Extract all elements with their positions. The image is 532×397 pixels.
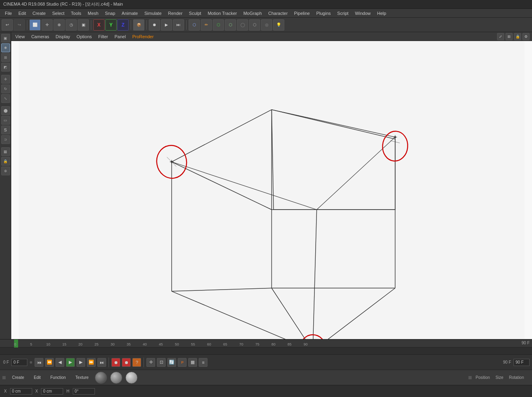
menu-pipeline[interactable]: Pipeline [291, 10, 313, 16]
size-x-input[interactable] [41, 388, 63, 395]
rewind-start-button[interactable]: ⏮ [35, 358, 43, 367]
sidebar-rect-select[interactable]: ▭ [1, 116, 10, 125]
redo-button[interactable]: ↪ [14, 19, 25, 31]
menu-help[interactable]: Help [374, 10, 390, 16]
frame-start-input[interactable] [11, 359, 27, 366]
sidebar-model-tool[interactable]: ▣ [1, 34, 10, 43]
menu-select[interactable]: Select [49, 10, 68, 16]
menu-edit[interactable]: Edit [15, 10, 29, 16]
mat-create-button[interactable]: Create [9, 374, 27, 381]
sidebar-s-tool[interactable]: S [1, 125, 10, 134]
next-key-button[interactable]: ▶ [76, 358, 85, 367]
menu-mesh[interactable]: Mesh [84, 10, 102, 16]
menu-motion-tracker[interactable]: Motion Tracker [204, 10, 240, 16]
vp-menu-view[interactable]: View [14, 33, 27, 40]
menu-file[interactable]: File [2, 10, 15, 16]
options-ctrl-btn[interactable]: ≡ [199, 358, 207, 367]
snap-button[interactable]: ⊡ [157, 358, 166, 367]
sidebar-lock-tool[interactable]: 🔒 [1, 157, 10, 166]
loop-button[interactable]: 🔄 [167, 358, 176, 367]
sidebar-snap-tool[interactable]: ⊕ [1, 167, 10, 175]
forward-end-button[interactable]: ⏭ [97, 358, 106, 367]
vp-menu-prorender[interactable]: ProRender [131, 33, 155, 40]
persp-btn[interactable]: ⬡ [189, 19, 200, 31]
rot-h-input[interactable] [73, 388, 95, 395]
menu-mograph[interactable]: MoGraph [240, 10, 265, 16]
menu-animate[interactable]: Animate [119, 10, 141, 16]
menu-sculpt[interactable]: Sculpt [186, 10, 205, 16]
menu-script[interactable]: Script [334, 10, 352, 16]
sidebar-live-select[interactable]: ⬤ [1, 106, 10, 115]
navigate-button[interactable]: ✛ [146, 358, 155, 367]
paint-btn[interactable]: ✏ [201, 19, 212, 31]
axis-z-button[interactable]: Z [117, 19, 129, 31]
vp-menu-options[interactable]: Options [75, 33, 93, 40]
mode-scale-button[interactable]: ◷ [66, 19, 77, 31]
sidebar-grid-tool[interactable]: ▦ [1, 147, 10, 156]
mat-function-button[interactable]: Function [47, 374, 69, 381]
next-frame-button[interactable]: ⏩ [87, 358, 96, 367]
end-frame-input[interactable] [514, 359, 530, 366]
anim-record-button[interactable]: ⏺ [149, 19, 160, 31]
mat-texture-button[interactable]: Texture [72, 374, 92, 381]
axis-y-button[interactable]: Y [105, 19, 117, 31]
status-bar: X X H [0, 385, 532, 397]
sidebar-uv-tool[interactable]: ◩ [1, 63, 10, 72]
prev-frame-button[interactable]: ⏪ [45, 358, 54, 367]
prev-key-button[interactable]: ◀ [55, 358, 64, 367]
light-btn[interactable]: 💡 [273, 19, 284, 31]
menu-window[interactable]: Window [352, 10, 374, 16]
anim-play-button[interactable]: ▶ [161, 19, 172, 31]
grid-ctrl-btn[interactable]: ▦ [188, 358, 197, 367]
sidebar-poly-tool[interactable]: ⊞ [1, 53, 10, 62]
vp-menu-display[interactable]: Display [54, 33, 72, 40]
render2-btn[interactable]: ◎ [261, 19, 272, 31]
anim-forward-button[interactable]: ⏭ [173, 19, 184, 31]
menu-create[interactable]: Create [29, 10, 49, 16]
axis-x-button[interactable]: X [93, 19, 105, 31]
menu-simulate[interactable]: Simulate [141, 10, 165, 16]
pos-x-input[interactable] [10, 388, 32, 395]
prorender-btn[interactable]: P [178, 358, 187, 367]
mode-rotate-button[interactable]: ⊕ [53, 19, 65, 31]
menu-snap[interactable]: Snap [102, 10, 119, 16]
vp-icon-expand[interactable]: ⤢ [497, 33, 504, 40]
auto-key-button[interactable]: ? [132, 358, 141, 367]
vp-icon-settings[interactable]: ⚙ [522, 33, 530, 40]
node-btn[interactable]: ⬡ [225, 19, 236, 31]
record-button[interactable]: ⏺ [111, 358, 120, 367]
sidebar-move-tool[interactable]: ✛ [1, 75, 10, 84]
material-thumb-2[interactable] [110, 372, 122, 384]
undo-button[interactable]: ↩ [2, 19, 13, 31]
play-button[interactable]: ▶ [66, 358, 75, 367]
vp-icon-lock[interactable]: 🔒 [514, 33, 521, 40]
sidebar-edge-tool[interactable]: ✱ [1, 43, 10, 52]
record-all-button[interactable]: ⏺ [122, 358, 131, 367]
timeline-ruler[interactable]: 0 5 10 15 20 25 30 35 40 45 50 55 60 65 … [0, 339, 532, 348]
sidebar-scale-tool[interactable]: ⤡ [1, 94, 10, 103]
sidebar-pen-tool[interactable]: ⊃ [1, 135, 10, 144]
viewport[interactable]: View Cameras Display Options Filter Pane… [11, 32, 532, 339]
menu-plugins[interactable]: Plugins [313, 10, 334, 16]
vp-menu-filter[interactable]: Filter [97, 33, 109, 40]
vp-icon-layout[interactable]: ⊞ [505, 33, 513, 40]
menu-tools[interactable]: Tools [68, 10, 84, 16]
material-btn[interactable]: ◯ [237, 19, 248, 31]
sidebar-rotate-tool[interactable]: ↻ [1, 84, 10, 93]
mode-poly-button[interactable]: ▣ [78, 19, 89, 31]
menu-character[interactable]: Character [265, 10, 291, 16]
mode-move-button[interactable]: ✛ [41, 19, 53, 31]
viewport-canvas[interactable] [11, 41, 532, 339]
material-thumb-3[interactable] [125, 372, 138, 384]
hair-btn[interactable]: ⬡ [213, 19, 224, 31]
object-type-button[interactable]: 📦 [133, 19, 144, 31]
menu-render[interactable]: Render [165, 10, 186, 16]
vp-menu-cameras[interactable]: Cameras [30, 33, 51, 40]
vp-menu-panel[interactable]: Panel [113, 33, 127, 40]
tick-70: 70 [239, 342, 243, 346]
timeline-track[interactable] [0, 348, 532, 354]
mode-select-button[interactable]: ⬜ [29, 19, 41, 31]
material-thumb-1[interactable] [95, 372, 107, 384]
render-btn[interactable]: ⬡ [249, 19, 260, 31]
mat-edit-button[interactable]: Edit [31, 374, 44, 381]
